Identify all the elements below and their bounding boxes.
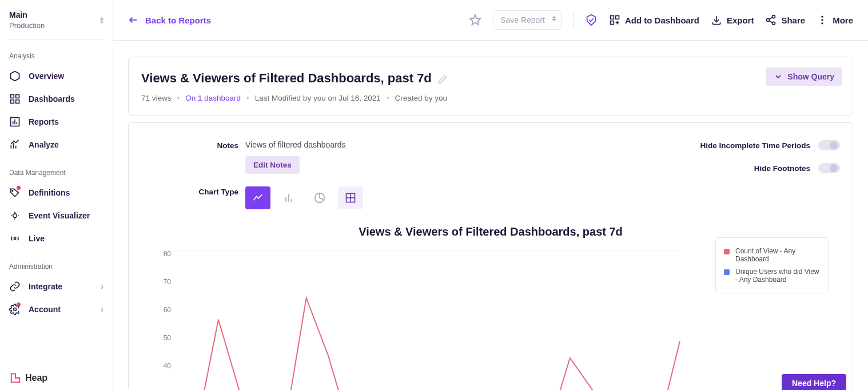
chart-type-label: Chart Type <box>141 186 238 196</box>
sidebar-item-analyze[interactable]: Analyze <box>9 133 103 156</box>
hide-footnotes-toggle[interactable] <box>818 163 840 173</box>
project-switcher[interactable]: Main Production ▴▾ <box>9 10 103 39</box>
sidebar-item-definitions[interactable]: Definitions <box>9 181 103 204</box>
dashboard-add-icon <box>609 14 620 26</box>
y-tick: 40 <box>154 362 171 370</box>
action-label: Share <box>781 15 805 25</box>
svg-point-12 <box>12 190 13 192</box>
y-tick: 50 <box>154 334 171 342</box>
legend-item: Count of View - Any Dashboard <box>724 245 820 265</box>
svg-point-32 <box>821 19 823 21</box>
svg-point-14 <box>14 237 15 239</box>
sidebar: Main Production ▴▾ Analysis Overview Das… <box>0 0 113 390</box>
back-label: Back to Reports <box>145 15 211 25</box>
brand-logo[interactable]: Heap <box>9 372 47 384</box>
notes-label: Notes <box>141 140 238 150</box>
legend-swatch-icon <box>724 249 730 254</box>
sidebar-item-label: Integrate <box>29 282 62 291</box>
broadcast-icon <box>9 233 21 244</box>
edit-notes-button[interactable]: Edit Notes <box>245 156 300 174</box>
legend-label: Count of View - Any Dashboard <box>735 247 820 263</box>
svg-point-15 <box>14 308 17 311</box>
chart-type-bar-button[interactable] <box>276 186 301 209</box>
sidebar-item-label: Analyze <box>29 140 59 149</box>
svg-point-13 <box>13 214 17 218</box>
legend-item: Unique Users who did View - Any Dashboar… <box>724 265 820 286</box>
hide-incomplete-toggle[interactable] <box>818 140 840 150</box>
views-count: 71 views <box>141 94 172 102</box>
toggle-label: Hide Incomplete Time Periods <box>700 141 810 150</box>
sidebar-item-account[interactable]: Account › <box>9 298 103 321</box>
share-icon <box>765 14 777 26</box>
sidebar-item-label: Definitions <box>29 188 70 197</box>
svg-rect-3 <box>11 100 14 104</box>
chart-area: 8070605040 <box>174 250 680 370</box>
svg-marker-0 <box>11 71 19 81</box>
brand-name: Heap <box>25 373 47 383</box>
section-data-mgmt-label: Data Management <box>9 169 103 177</box>
svg-rect-4 <box>16 100 19 104</box>
sidebar-item-overview[interactable]: Overview <box>9 65 103 87</box>
save-report-label: Save Report <box>500 15 545 25</box>
sidebar-item-dashboards[interactable]: Dashboards <box>9 87 103 110</box>
add-to-dashboard-button[interactable]: Add to Dashboard <box>609 14 699 26</box>
svg-point-28 <box>773 22 775 25</box>
chart-card: Hide Incomplete Time Periods Hide Footno… <box>128 122 853 390</box>
chart-type-pie-button[interactable] <box>307 186 332 209</box>
sidebar-item-reports[interactable]: Reports <box>9 110 103 133</box>
svg-marker-19 <box>587 15 596 25</box>
sidebar-item-label: Overview <box>29 71 64 81</box>
chevron-down-icon <box>774 72 783 81</box>
sidebar-item-label: Dashboards <box>29 94 75 104</box>
trend-up-icon <box>9 139 21 150</box>
export-button[interactable]: Export <box>711 14 754 26</box>
sidebar-item-event-visualizer[interactable]: Event Visualizer <box>9 204 103 227</box>
svg-point-27 <box>767 19 770 22</box>
more-vertical-icon <box>817 14 828 26</box>
notification-dot-icon <box>17 186 21 190</box>
bar-chart-icon <box>9 116 21 128</box>
bar-chart-icon <box>283 192 294 204</box>
chart-type-table-button[interactable] <box>338 186 363 209</box>
y-tick: 80 <box>154 250 171 258</box>
share-button[interactable]: Share <box>765 14 805 26</box>
svg-rect-20 <box>610 16 614 19</box>
report-meta: 71 views • On 1 dashboard • Last Modifie… <box>141 94 840 102</box>
report-title: Views & Viewers of Filtered Dashboards, … <box>141 71 432 86</box>
need-help-button[interactable]: Need Help? <box>782 374 846 390</box>
sidebar-item-live[interactable]: Live <box>9 227 103 250</box>
action-label: Export <box>727 15 754 25</box>
svg-point-26 <box>773 15 775 18</box>
grid-icon <box>9 93 21 105</box>
svg-line-29 <box>770 17 773 19</box>
svg-rect-21 <box>616 16 619 19</box>
show-query-button[interactable]: Show Query <box>766 67 842 86</box>
notification-dot-icon <box>17 303 21 307</box>
svg-marker-18 <box>470 15 480 25</box>
save-report-select[interactable]: Save Report <box>493 10 562 30</box>
chart-type-line-button[interactable] <box>245 186 270 209</box>
on-dashboard-link[interactable]: On 1 dashboard <box>185 94 241 102</box>
chart-plot <box>174 250 680 370</box>
star-icon[interactable] <box>469 14 481 26</box>
table-icon <box>345 192 356 204</box>
project-name: Main <box>9 10 45 19</box>
chart-title: Views & Viewers of Filtered Dashboards, … <box>141 225 840 238</box>
pie-chart-icon <box>314 192 325 204</box>
svg-rect-1 <box>11 95 14 98</box>
pencil-icon[interactable] <box>437 73 448 83</box>
sidebar-item-label: Account <box>29 305 61 314</box>
sidebar-item-label: Reports <box>29 117 59 126</box>
topbar: Back to Reports Save Report Add to Dashb… <box>113 0 868 41</box>
svg-rect-22 <box>610 21 614 25</box>
created-by: Created by you <box>395 94 447 102</box>
last-modified: Last Modified by you on Jul 16, 2021 <box>255 94 381 102</box>
more-button[interactable]: More <box>817 14 853 26</box>
svg-point-31 <box>821 16 823 18</box>
y-axis: 8070605040 <box>154 250 171 370</box>
sidebar-item-integrate[interactable]: Integrate › <box>9 275 103 298</box>
back-to-reports-link[interactable]: Back to Reports <box>128 15 211 25</box>
verified-icon[interactable] <box>585 14 598 26</box>
chart-legend: Count of View - Any Dashboard Unique Use… <box>715 237 829 293</box>
project-env: Production <box>9 21 45 30</box>
